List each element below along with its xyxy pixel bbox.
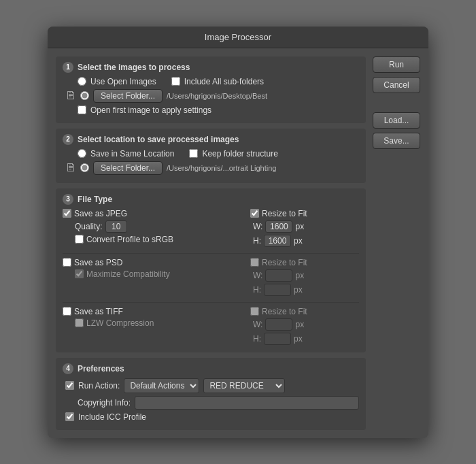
open-first-image-row: Open first image to apply settings xyxy=(63,105,359,115)
h-psd-input[interactable] xyxy=(264,284,291,296)
section-1-header: Select the images to process xyxy=(78,63,190,72)
copyright-label: Copyright Info: xyxy=(78,398,131,408)
lzw-label: LZW Compression xyxy=(86,318,154,328)
w-jpeg-input[interactable] xyxy=(265,220,292,233)
resize-fit-tiff-label: Resize to Fit xyxy=(262,307,307,316)
psd-row: Save as PSD xyxy=(63,258,250,267)
include-subfolders-label: Include All sub-folders xyxy=(184,77,264,86)
section-1: 1 Select the images to process Use Open … xyxy=(56,56,366,123)
save-as-jpeg-label: Save as JPEG xyxy=(74,209,127,218)
resize-fit-jpeg-row: Resize to Fit xyxy=(250,209,359,218)
max-compat-checkbox[interactable] xyxy=(75,269,84,278)
dialog-title: Image Processor xyxy=(48,27,428,48)
w-psd-input[interactable] xyxy=(265,269,292,282)
h-psd-label: H: xyxy=(253,285,261,295)
folder-icon-2: 🖹 xyxy=(65,162,76,174)
resize-fit-psd-row: Resize to Fit xyxy=(250,258,359,267)
convert-profile-label: Convert Profile to sRGB xyxy=(86,235,173,244)
section-1-number: 1 xyxy=(63,62,73,73)
folder-path-2: /Users/hgrigonis/...ortrait Lighting xyxy=(167,164,276,172)
h-jpeg-input[interactable] xyxy=(264,235,291,247)
section-2-number: 2 xyxy=(63,134,73,145)
h-tiff-input[interactable] xyxy=(264,333,291,345)
w-tiff-input[interactable] xyxy=(265,318,292,331)
section-2: 2 Select location to save processed imag… xyxy=(56,129,366,183)
px-psd-label: px xyxy=(295,271,304,280)
resize-fit-psd-checkbox[interactable] xyxy=(250,258,259,267)
save-as-tiff-label: Save as TIFF xyxy=(74,307,123,316)
h-tiff-row: H: px xyxy=(250,333,359,345)
action-name-select[interactable]: RED REDUCE xyxy=(203,378,285,393)
include-icc-row: Include ICC Profile xyxy=(63,412,359,422)
include-subfolders-checkbox[interactable] xyxy=(171,77,180,86)
h-tiff-label: H: xyxy=(253,334,261,344)
cancel-button[interactable]: Cancel xyxy=(373,77,420,93)
w-jpeg-label: W: xyxy=(253,222,262,231)
px-psd2-label: px xyxy=(294,285,303,295)
use-open-images-label: Use Open Images xyxy=(90,77,156,86)
load-button[interactable]: Load... xyxy=(373,112,420,129)
default-actions-select[interactable]: Default Actions xyxy=(124,378,199,393)
px-jpeg-label: px xyxy=(295,222,304,231)
max-compat-label: Maximize Compatibility xyxy=(86,269,170,279)
px-tiff-label: px xyxy=(295,320,304,329)
convert-profile-checkbox[interactable] xyxy=(75,235,84,244)
use-open-images-radio[interactable] xyxy=(78,77,86,86)
quality-input[interactable] xyxy=(105,220,127,233)
run-button[interactable]: Run xyxy=(373,56,420,73)
include-icc-checkbox[interactable] xyxy=(65,412,74,421)
use-open-images-row: Use Open Images Include All sub-folders xyxy=(63,77,359,86)
save-as-tiff-checkbox[interactable] xyxy=(63,307,71,316)
quality-label: Quality: xyxy=(75,222,103,231)
h-psd-row: H: px xyxy=(250,284,359,296)
select-folder-radio-2[interactable] xyxy=(80,163,89,172)
w-tiff-label: W: xyxy=(253,320,262,329)
convert-profile-row: Convert Profile to sRGB xyxy=(63,235,250,244)
h-jpeg-label: H: xyxy=(253,236,261,246)
keep-folder-structure-checkbox[interactable] xyxy=(189,149,198,158)
jpeg-quality-row: Quality: xyxy=(63,220,250,233)
save-as-jpeg-checkbox[interactable] xyxy=(63,209,71,218)
resize-fit-jpeg-checkbox[interactable] xyxy=(250,209,259,218)
resize-fit-jpeg-label: Resize to Fit xyxy=(262,209,307,218)
w-psd-label: W: xyxy=(253,271,262,280)
save-as-psd-label: Save as PSD xyxy=(74,258,122,267)
resize-fit-tiff-row: Resize to Fit xyxy=(250,307,359,316)
jpeg-row: Save as JPEG xyxy=(63,209,250,218)
run-action-row: Run Action: Default Actions RED REDUCE xyxy=(63,378,359,393)
section-3-header: File Type xyxy=(78,195,112,204)
px-jpeg2-label: px xyxy=(294,236,303,246)
save-same-location-row: Save in Same Location Keep folder struct… xyxy=(63,149,359,159)
run-action-checkbox[interactable] xyxy=(65,381,74,390)
select-folder-row-2: 🖹 Select Folder... /Users/hgrigonis/...o… xyxy=(63,161,359,175)
save-as-psd-checkbox[interactable] xyxy=(63,258,71,267)
h-jpeg-row: H: px xyxy=(250,235,359,247)
section-4-header: Preferences xyxy=(78,364,124,374)
resize-fit-tiff-checkbox[interactable] xyxy=(250,307,259,316)
w-tiff-row: W: px xyxy=(250,318,359,331)
section-3: 3 File Type Save as JPEG Quality: xyxy=(56,188,366,352)
side-buttons: Run Cancel Load... Save... xyxy=(373,56,420,430)
lzw-row: LZW Compression xyxy=(63,318,250,328)
run-action-label: Run Action: xyxy=(78,381,120,391)
save-same-location-radio[interactable] xyxy=(78,149,86,158)
lzw-checkbox[interactable] xyxy=(75,318,84,327)
title-text: Image Processor xyxy=(205,32,271,42)
select-folder-button-2[interactable]: Select Folder... xyxy=(93,161,163,175)
section-4-number: 4 xyxy=(63,363,73,374)
include-icc-label: Include ICC Profile xyxy=(78,412,146,422)
select-folder-radio-1[interactable] xyxy=(80,91,89,100)
save-button[interactable]: Save... xyxy=(373,133,420,149)
w-psd-row: W: px xyxy=(250,269,359,282)
open-first-image-label: Open first image to apply settings xyxy=(90,105,211,115)
select-folder-button-1[interactable]: Select Folder... xyxy=(93,89,163,103)
w-jpeg-row: W: px xyxy=(250,220,359,233)
save-same-location-label: Save in Same Location xyxy=(90,149,174,159)
tiff-row: Save as TIFF xyxy=(63,307,250,316)
section-3-number: 3 xyxy=(63,194,73,205)
image-processor-dialog: Image Processor 1 Select the images to p… xyxy=(48,27,428,438)
copyright-row: Copyright Info: xyxy=(63,396,359,410)
copyright-input[interactable] xyxy=(135,396,359,410)
open-first-image-checkbox[interactable] xyxy=(78,105,86,114)
folder-icon-1: 🖹 xyxy=(65,90,76,102)
